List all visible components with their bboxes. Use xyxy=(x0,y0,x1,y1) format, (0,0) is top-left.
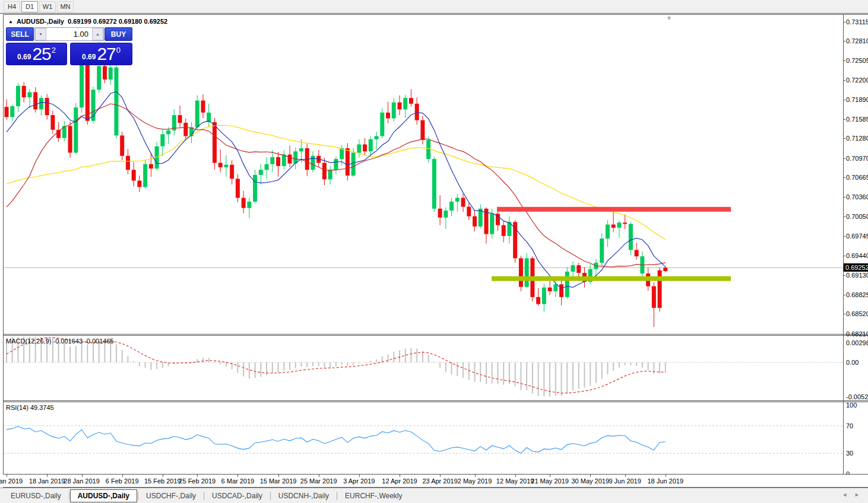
price-axis[interactable]: 0.731150.728100.725050.722000.718900.715… xyxy=(844,14,868,335)
timeframe-button-d1[interactable]: D1 xyxy=(21,1,38,12)
price-axis-tick: 0.69440 xyxy=(846,252,868,259)
chart-tab-audusd[interactable]: AUDUSD-,Daily xyxy=(70,489,137,502)
buy-button[interactable]: BUY xyxy=(104,27,132,41)
rsi-label: RSI(14) 49.3745 xyxy=(6,404,54,411)
macd-axis-label: 0.002984 xyxy=(846,339,868,346)
buy-price-sup: 0 xyxy=(116,46,121,55)
date-axis[interactable]: 9 Jan 201918 Jan 201928 Jan 20196 Feb 20… xyxy=(0,475,868,487)
sell-price-panel[interactable]: 0.69 25 2 xyxy=(6,43,67,65)
rsi-axis-label: 100 xyxy=(846,402,857,409)
price-axis-tick: 0.70665 xyxy=(846,174,868,181)
date-axis-tick xyxy=(82,475,83,477)
price-axis-tick: 0.71585 xyxy=(846,116,868,123)
price-axis-tick: 0.72505 xyxy=(846,57,868,64)
spin-up-icon: ▲ xyxy=(96,32,100,36)
tab-separator xyxy=(270,492,271,500)
volume-input[interactable]: 1.00 xyxy=(46,28,92,40)
date-axis-tick xyxy=(666,475,666,477)
chart-ohlc-values: 0.69199 0.69272 0.69180 0.69252 xyxy=(68,18,167,25)
date-axis-label: 18 Jun 2019 xyxy=(639,477,692,485)
date-axis-tick xyxy=(122,475,123,477)
date-axis-tick xyxy=(400,475,400,477)
date-axis-tick xyxy=(590,475,591,477)
date-axis-tick xyxy=(550,475,550,477)
date-axis-tick xyxy=(237,475,238,477)
pane-separator xyxy=(3,334,868,335)
price-axis-tick: 0.69130 xyxy=(846,272,868,279)
sell-price-big: 25 xyxy=(32,44,50,64)
tab-scroll-arrows: ◄ ► xyxy=(842,492,860,498)
chart-title: ▲ AUDUSD-,Daily 0.69199 0.69272 0.69180 … xyxy=(8,18,167,25)
chart-tab-usdcnh[interactable]: USDCNH-,Daily xyxy=(271,490,336,502)
price-axis-tick: 0.72810 xyxy=(846,37,868,44)
timeframe-button-h4[interactable]: H4 xyxy=(4,1,20,12)
sell-price-sup: 2 xyxy=(52,46,56,55)
date-axis-tick xyxy=(47,475,47,477)
chart-collapse-chevron-icon[interactable]: ▼ xyxy=(666,15,672,21)
price-axis-tick: 0.70360 xyxy=(846,193,868,200)
chart-tab-usdchf[interactable]: USDCHF-,Daily xyxy=(139,490,203,502)
price-axis-tick: 0.72200 xyxy=(846,77,868,84)
price-axis-tick: 0.71890 xyxy=(846,96,868,103)
trading-terminal-window: H4D1W1MN ▲ AUDUSD-,Daily 0.69199 0.69272… xyxy=(0,0,868,503)
sell-button[interactable]: SELL xyxy=(6,27,34,41)
timeframe-button-w1[interactable]: W1 xyxy=(39,1,56,12)
date-axis-tick xyxy=(197,475,198,477)
buy-price-big: 27 xyxy=(97,44,115,64)
rsi-indicator-canvas[interactable] xyxy=(4,402,843,474)
macd-indicator-canvas[interactable] xyxy=(4,336,843,400)
price-axis-tick: 0.71280 xyxy=(846,135,868,142)
date-axis-tick xyxy=(7,475,7,477)
volume-decrease-button[interactable]: ▼ xyxy=(35,28,46,40)
price-axis-tick: 0.68210 xyxy=(846,330,868,338)
date-axis-tick xyxy=(319,475,319,477)
chart-tab-bar: EURUSD-,DailyAUDUSD-,DailyUSDCHF-,DailyU… xyxy=(0,488,868,503)
current-price-tag: 0.69252 xyxy=(844,263,868,272)
tab-separator xyxy=(138,492,138,500)
date-axis-tick xyxy=(163,475,163,477)
price-axis-tick: 0.68520 xyxy=(846,310,868,317)
price-axis-tick: 0.70970 xyxy=(846,155,868,162)
rsi-axis-label: 30 xyxy=(846,450,853,457)
timeframe-toolbar: H4D1W1MN xyxy=(0,0,868,14)
tab-separator xyxy=(69,492,69,500)
sell-price-prefix: 0.69 xyxy=(17,53,31,61)
tab-scroll-left-icon[interactable]: ◄ xyxy=(842,492,847,498)
one-click-trading-panel: SELL ▼ 1.00 ▲ BUY 0.69 25 2 0.69 27 0 xyxy=(6,27,132,65)
rsi-axis-label: 70 xyxy=(846,422,853,429)
buy-price-prefix: 0.69 xyxy=(82,53,96,61)
price-axis-tick: 0.73115 xyxy=(846,18,868,26)
date-axis-tick xyxy=(625,475,626,477)
price-axis-tick: 0.70050 xyxy=(846,213,868,220)
tab-scroll-right-icon[interactable]: ► xyxy=(854,492,860,498)
chart-tab-eurchf[interactable]: EURCHF-,Weekly xyxy=(338,490,409,502)
chart-tab-usdcad[interactable]: USDCAD-,Daily xyxy=(205,490,270,502)
chart-symbol-label: AUDUSD-,Daily xyxy=(17,18,64,25)
chart-tab-eurusd[interactable]: EURUSD-,Daily xyxy=(4,490,68,502)
buy-price-panel[interactable]: 0.69 27 0 xyxy=(70,43,132,65)
date-axis-tick xyxy=(278,475,279,477)
tab-separator xyxy=(337,492,337,500)
volume-box: ▼ 1.00 ▲ xyxy=(34,27,104,41)
date-axis-tick xyxy=(515,475,516,477)
pane-separator xyxy=(3,400,868,401)
tab-separator xyxy=(204,492,204,500)
volume-increase-button[interactable]: ▲ xyxy=(92,28,103,40)
macd-axis-label: 0.00 xyxy=(846,359,859,366)
price-axis-tick: 0.68825 xyxy=(846,291,868,298)
date-axis-tick xyxy=(440,475,441,477)
one-click-panel-toggle-icon[interactable]: ▲ xyxy=(8,19,13,24)
macd-axis-label: -0.005256 xyxy=(846,393,868,400)
date-axis-tick xyxy=(475,475,476,477)
timeframe-button-mn[interactable]: MN xyxy=(57,1,74,12)
macd-label: MACD(12,26,9) -0.001643 -0.001465 xyxy=(6,338,114,345)
date-axis-tick xyxy=(359,475,360,477)
spin-down-icon: ▼ xyxy=(39,32,43,36)
price-axis-tick: 0.69745 xyxy=(846,233,868,240)
